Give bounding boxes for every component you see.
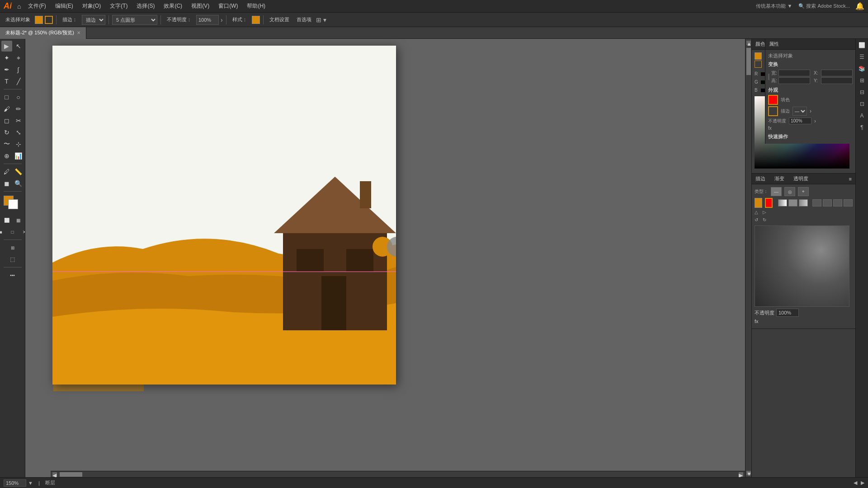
scrollbar-vertical[interactable]: ▲ ▼ [745, 39, 751, 477]
w-input[interactable] [778, 70, 810, 76]
gradient-tool[interactable]: ◼ [1, 178, 12, 189]
canvas-area[interactable]: ▲ ▼ ◀ ▶ [25, 39, 751, 477]
none-mode[interactable]: ✕ [19, 226, 26, 237]
stroke-color-swatch[interactable] [45, 16, 53, 24]
align-icon[interactable]: ⊞ [858, 76, 867, 85]
free-transform-tool[interactable]: ⊹ [13, 139, 24, 150]
fill-color-swatch[interactable] [35, 16, 43, 24]
gradient-map[interactable] [755, 225, 849, 307]
stroke-select[interactable]: 描边 [82, 15, 105, 25]
char-style-icon[interactable]: A [858, 111, 867, 120]
opacity-value-grad[interactable] [776, 309, 799, 317]
grad-preview-1[interactable] [778, 199, 787, 206]
fill-mode-icon[interactable] [755, 52, 762, 60]
grad-preview-2[interactable] [788, 199, 797, 206]
paintbrush-tool[interactable]: 🖌 [1, 103, 12, 114]
props-panel-icon[interactable]: ⬜ [858, 41, 867, 50]
menu-text[interactable]: 文字(T) [106, 1, 131, 11]
menu-file[interactable]: 文件(F) [24, 1, 49, 11]
scroll-up-btn[interactable]: ▲ [746, 41, 751, 45]
measure-tool[interactable]: 📏 [13, 166, 24, 177]
grad-op-3[interactable] [833, 199, 842, 206]
grad-icon-3[interactable]: ▷ [763, 210, 769, 216]
gradient-fill[interactable]: ▦ [13, 215, 24, 225]
screen-mode[interactable]: ⊞ [7, 242, 18, 253]
grad-angle-icon[interactable]: △ [755, 210, 761, 216]
menu-edit[interactable]: 编辑(E) [52, 1, 77, 11]
freeform-grad-btn[interactable]: ⌖ [798, 187, 809, 196]
scroll-left-status[interactable]: ◀ [854, 480, 857, 486]
brush-select[interactable]: 5 点圆形 [112, 15, 157, 25]
scroll-right-status[interactable]: ▶ [861, 480, 864, 486]
scroll-right-btn[interactable]: ▶ [739, 472, 743, 477]
grad-reverse-icon[interactable]: ↺ [755, 217, 761, 224]
fill-icon-prop[interactable] [768, 95, 778, 105]
doc-settings-btn[interactable]: 文档设置 [267, 15, 292, 24]
background-color[interactable] [8, 199, 18, 209]
menu-help[interactable]: 帮助(H) [243, 1, 269, 11]
y-input[interactable] [821, 77, 853, 84]
opacity-expand-btn[interactable]: › [814, 118, 816, 124]
transform-icon[interactable]: ⊡ [858, 99, 867, 108]
stroke-mode-icon[interactable] [755, 61, 762, 68]
grad-icon-4[interactable]: ↻ [763, 217, 769, 224]
more-tools[interactable]: ••• [7, 270, 18, 281]
eyedropper-tool[interactable]: 🖊 [1, 166, 12, 177]
preferences-btn[interactable]: 首选项 [294, 15, 314, 24]
tab-close-btn[interactable]: ✕ [77, 30, 80, 35]
grad-op-1[interactable] [812, 199, 821, 206]
selection-tool[interactable]: ▶ [1, 41, 12, 52]
zoom-tool[interactable]: 🔍 [13, 178, 24, 189]
direct-selection-tool[interactable]: ↖ [13, 41, 24, 52]
rotate-tool[interactable]: ↻ [1, 127, 12, 138]
grid-icon[interactable]: ⊞ [316, 16, 321, 23]
scale-tool[interactable]: ⤡ [13, 127, 24, 138]
zoom-down-icon[interactable]: ▼ [28, 480, 33, 486]
grad-preview-3[interactable] [799, 199, 808, 206]
zoom-control[interactable]: ▼ [4, 479, 33, 487]
shape-builder-tool[interactable]: ⊕ [1, 150, 12, 161]
grad-op-4[interactable] [844, 199, 853, 206]
scroll-hthumb[interactable] [60, 472, 82, 477]
home-icon[interactable]: ⌂ [17, 3, 21, 10]
menu-object[interactable]: 对象(O) [79, 1, 104, 11]
scissors-tool[interactable]: ✂ [13, 115, 24, 126]
menu-select[interactable]: 选择(S) [133, 1, 158, 11]
stroke-expand-btn[interactable]: › [810, 108, 811, 114]
grad-panel-menu[interactable]: ≡ [849, 176, 852, 182]
document-tab[interactable]: 未标题-2* @ 150% (RGB/预览) ✕ [0, 27, 86, 39]
eraser-tool[interactable]: ◻ [1, 115, 12, 126]
chart-tool[interactable]: 📊 [13, 150, 24, 161]
scroll-thumb[interactable] [746, 48, 751, 75]
line-tool[interactable]: ╱ [13, 76, 24, 87]
opacity-chevron[interactable]: › [221, 16, 223, 23]
artboard-tool[interactable]: ⬚ [7, 254, 18, 265]
grad-stroke-icon[interactable] [765, 198, 773, 208]
menu-view[interactable]: 视图(V) [188, 1, 213, 11]
para-style-icon[interactable]: ¶ [858, 123, 867, 132]
more-icon[interactable]: ▾ [323, 16, 326, 23]
linear-grad-btn[interactable]: — [771, 187, 782, 196]
opacity-input[interactable] [196, 15, 219, 25]
magic-wand-tool[interactable]: ✦ [1, 52, 12, 63]
curvature-tool[interactable]: ∫ [13, 64, 24, 75]
stroke-icon-prop[interactable] [768, 106, 778, 116]
layers-icon[interactable]: ☰ [858, 52, 867, 61]
ellipse-tool[interactable]: ○ [13, 92, 24, 103]
pencil-tool[interactable]: ✏ [13, 103, 24, 114]
zoom-input[interactable] [4, 479, 26, 487]
opacity-input-prop[interactable] [789, 117, 811, 124]
search-adobe[interactable]: 🔍 搜索 Adobe Stock... [798, 3, 850, 9]
x-input[interactable] [821, 70, 853, 76]
stroke-mode[interactable]: □ [7, 226, 18, 237]
grad-op-2[interactable] [823, 199, 832, 206]
grad-fill-icon[interactable] [755, 198, 762, 208]
lasso-tool[interactable]: ⌖ [13, 52, 24, 63]
pathfinder-icon[interactable]: ⊟ [858, 88, 867, 97]
stroke-select-prop[interactable]: — [793, 107, 807, 116]
stroke-none[interactable]: ⬜ [1, 215, 12, 225]
scroll-left-btn[interactable]: ◀ [52, 472, 57, 477]
h-input[interactable] [778, 77, 810, 84]
text-tool[interactable]: T [1, 76, 12, 87]
scroll-down-btn[interactable]: ▼ [746, 471, 751, 475]
